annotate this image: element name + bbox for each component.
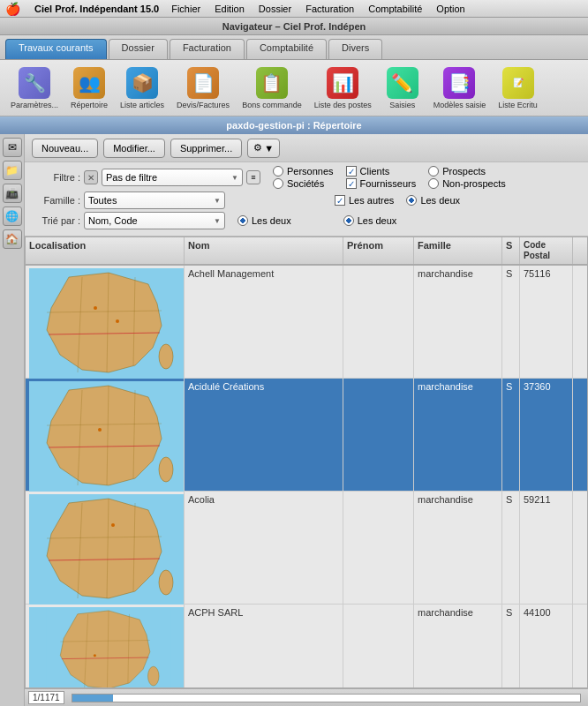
col-header-s: S	[502, 237, 520, 264]
menu-bar: 🍎 Ciel Prof. Indépendant 15.0 Fichier Ed…	[0, 0, 588, 18]
famille-select[interactable]: Toutes ▼	[84, 192, 225, 209]
col-header-prenom: Prénom	[343, 237, 414, 264]
app-title: Ciel Prof. Indépendant 15.0	[34, 4, 159, 14]
table-row[interactable]: Achell Management marchandise S 75116	[26, 266, 587, 379]
row-4-code: 44100	[520, 605, 573, 688]
prospects-label: Prospects	[442, 166, 486, 176]
les-deux2-label: Les deux	[252, 215, 291, 226]
toolbar-parametres[interactable]: 🔧 Paramètres...	[7, 65, 62, 111]
tri-value: Nom, Code	[88, 215, 138, 226]
radio-personnes[interactable]	[273, 166, 283, 176]
svg-point-26	[159, 570, 173, 595]
table-header: Localisation Nom Prénom Famille S Code P…	[26, 237, 587, 266]
gear-button[interactable]: ⚙ ▼	[247, 139, 280, 158]
row-4-nom: ACPH SARL	[185, 605, 343, 688]
checkbox-fournisseurs[interactable]	[346, 178, 357, 189]
sidebar-icon-folder[interactable]: 📁	[3, 161, 22, 180]
france-map-4	[29, 607, 185, 688]
row-2-famille: marchandise	[414, 379, 502, 491]
row-2-nom: Acidulé Créations	[185, 379, 343, 491]
radio-societes[interactable]	[273, 178, 283, 189]
window-titlebar: Navigateur – Ciel Prof. Indépen	[0, 18, 588, 35]
checkbox-clients[interactable]	[346, 166, 357, 176]
col-header-code: Code Postal	[520, 237, 573, 264]
radio-les-deux1[interactable]	[406, 195, 417, 206]
table-row[interactable]: Acidulé Créations marchandise S 37360	[26, 379, 587, 492]
menu-option[interactable]: Option	[434, 4, 466, 14]
map-cell-1	[26, 266, 185, 379]
table-container: Localisation Nom Prénom Famille S Code P…	[25, 237, 588, 688]
toolbar-parametres-label: Paramètres...	[11, 101, 58, 109]
radio-prospects[interactable]	[428, 166, 439, 176]
toolbar-modeles-saisie-label: Modèles saisie	[433, 101, 486, 109]
tab-comptabilite[interactable]: Comptabilité	[246, 39, 327, 59]
menu-dossier[interactable]: Dossier	[257, 4, 293, 14]
tab-travaux-courants[interactable]: Travaux courants	[5, 39, 107, 59]
menu-comptabilite[interactable]: Comptabilité	[366, 4, 424, 14]
sub-titlebar: paxdo-gestion-pi : Répertoire	[0, 116, 588, 134]
svg-point-27	[111, 523, 115, 527]
filtre-value: Pas de filtre	[106, 172, 157, 183]
toolbar-devis-factures[interactable]: 📄 Devis/Factures	[173, 65, 233, 111]
delete-button[interactable]: Supprimer...	[170, 139, 242, 158]
filtre-label: Filtre :	[32, 172, 80, 183]
sub-title: paxdo-gestion-pi : Répertoire	[226, 120, 361, 131]
les-deux1-label: Les deux	[420, 195, 460, 206]
toolbar-liste-articles[interactable]: 📦 Liste articles	[117, 65, 168, 111]
menu-facturation[interactable]: Facturation	[304, 4, 356, 14]
filtre-select[interactable]: Pas de filtre ▼	[102, 169, 243, 186]
radio-non-prospects[interactable]	[428, 178, 439, 189]
sidebar-icon-fax[interactable]: 📠	[3, 184, 22, 203]
edit-button[interactable]: Modifier...	[103, 139, 165, 158]
toolbar-repertoire-label: Répertoire	[71, 101, 108, 109]
filtre-options-icon[interactable]: ≡	[246, 170, 260, 184]
toolbar-saisies[interactable]: ✏️ Saisies	[381, 65, 425, 111]
option-row-les-autres: Les autres	[335, 195, 394, 206]
table-row[interactable]: ACPH SARL marchandise S 44100	[26, 605, 587, 688]
row-3-code: 59211	[520, 492, 573, 604]
checkbox-les-autres[interactable]	[335, 195, 345, 206]
toolbar-modeles-saisie[interactable]: 📑 Modèles saisie	[430, 65, 490, 111]
gear-arrow-icon: ▼	[264, 143, 274, 154]
toolbar-bons-commande-label: Bons commande	[242, 101, 302, 109]
status-progress-fill	[72, 695, 113, 702]
tab-facturation[interactable]: Facturation	[170, 39, 245, 59]
content-area: Nouveau... Modifier... Supprimer... ⚙ ▼ …	[25, 134, 588, 706]
toolbar-bons-commande[interactable]: 📋 Bons commande	[238, 65, 305, 111]
menu-items: Fichier Edition Dossier Facturation Comp…	[170, 4, 467, 14]
svg-point-17	[159, 457, 173, 482]
apple-menu[interactable]: 🍎	[5, 2, 20, 16]
france-map-3	[29, 494, 185, 605]
radio-les-deux2[interactable]	[237, 215, 248, 226]
menu-fichier[interactable]: Fichier	[170, 4, 202, 14]
row-2-prenom	[343, 379, 414, 491]
tab-dossier[interactable]: Dossier	[109, 39, 168, 59]
tab-bar: Travaux courants Dossier Facturation Com…	[0, 35, 588, 60]
option-row-personnes: Personnes	[273, 166, 334, 176]
menu-edition[interactable]: Edition	[213, 4, 246, 14]
filtre-clear-button[interactable]: ✕	[84, 170, 98, 184]
table-row[interactable]: Acolia marchandise S 59211	[26, 492, 587, 605]
toolbar: 🔧 Paramètres... 👥 Répertoire 📦 Liste art…	[0, 60, 588, 116]
toolbar-liste-ecritu-label: Liste Ecritu	[498, 101, 538, 109]
status-bar: 1/1171	[25, 688, 588, 706]
window-title: Navigateur – Ciel Prof. Indépen	[222, 21, 366, 32]
svg-point-35	[148, 666, 160, 686]
toolbar-repertoire[interactable]: 👥 Répertoire	[67, 65, 111, 111]
radio-les-deux3[interactable]	[343, 215, 354, 226]
toolbar-liste-postes[interactable]: 📊 Liste des postes	[311, 65, 375, 111]
clients-label: Clients	[360, 166, 390, 176]
map-cell-2	[26, 379, 185, 492]
sidebar-icon-home[interactable]: 🏠	[3, 229, 22, 249]
sidebar-icon-mail[interactable]: ✉	[3, 138, 22, 157]
sidebar-icon-globe[interactable]: 🌐	[3, 207, 22, 226]
tri-select[interactable]: Nom, Code ▼	[84, 212, 225, 229]
fournisseurs-label: Fournisseurs	[360, 178, 417, 189]
toolbar-liste-ecritu[interactable]: 📝 Liste Ecritu	[494, 65, 541, 111]
option-row-non-prospects: Non-prospects	[428, 178, 506, 189]
col-header-nom: Nom	[185, 237, 343, 264]
new-button[interactable]: Nouveau...	[32, 139, 98, 158]
toolbar-saisies-label: Saisies	[389, 101, 415, 109]
tab-divers[interactable]: Divers	[328, 39, 382, 59]
row-4-prenom	[343, 605, 414, 688]
